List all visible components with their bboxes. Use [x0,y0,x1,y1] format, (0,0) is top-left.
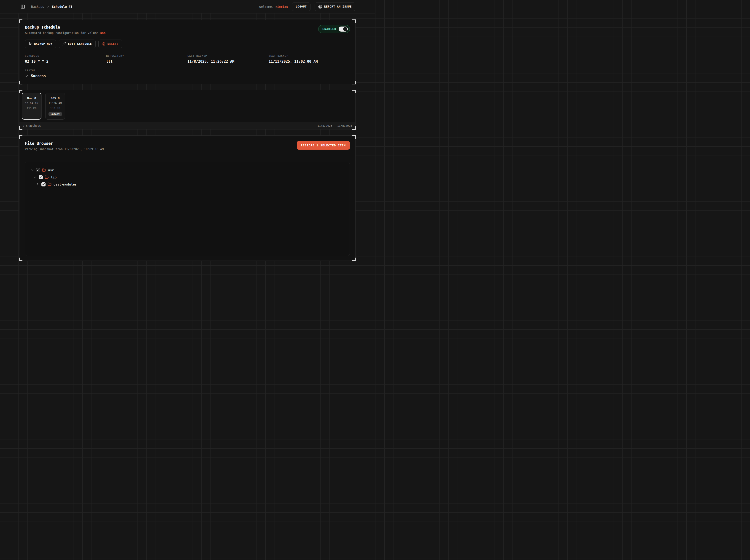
logout-button[interactable]: LOGOUT [292,2,310,11]
snapshot-card[interactable]: Nov 8 11:26 AM 133 KB Latest [45,93,65,120]
file-browser-panel: File Browser Viewing snapshot from 11/8/… [19,136,356,261]
snapshot-time: 11:26 AM [48,102,62,105]
tree-item-label: lib [51,176,57,179]
snapshots-footer: 2 snapshots 11/8/2025 – 11/8/2025 [19,122,355,129]
snapshot-size: 133 KB [50,106,60,110]
file-browser-header: File Browser Viewing snapshot from 11/8/… [25,141,350,151]
field-status: STATUS Success [25,69,350,78]
status-label: STATUS [25,69,350,72]
restore-selected-button[interactable]: RESTORE 1 SELECTED ITEM [297,141,350,149]
breadcrumb-section[interactable]: Backups [31,5,44,8]
field-value: 02 10 * * 2 [25,59,106,64]
chevron-right-icon [46,5,50,8]
checkbox-checked[interactable] [39,175,43,179]
delete-button[interactable]: DELETE [98,40,122,48]
corner-bracket [352,258,356,261]
status-badge: Success [25,74,350,78]
schedule-panel-header: Backup schedule Automated backup configu… [25,25,350,35]
top-bar-left: Backups Schedule #3 [21,4,259,9]
schedule-panel-subtitle: Automated backup configuration for volum… [25,31,105,35]
report-issue-button[interactable]: REPORT AN ISSUE [315,2,355,11]
breadcrumb: Backups Schedule #3 [31,5,72,8]
panel-left-icon [21,4,25,9]
backup-now-button-label: BACKUP NOW [34,42,53,45]
latest-badge: Latest [48,112,62,116]
snapshot-card-selected[interactable]: Nov 8 10:09 AM 133 KB [22,93,41,120]
field-schedule: SCHEDULE 02 10 * * 2 [25,55,106,64]
field-last-backup: LAST BACKUP 11/8/2025, 11:26:22 AM [188,55,269,64]
field-label: NEXT BACKUP [269,55,350,57]
field-label: LAST BACKUP [188,55,269,57]
tree-item-label: ossl-modules [54,183,77,186]
corner-bracket [352,19,356,23]
corner-bracket [19,81,22,84]
chevron-right-icon[interactable] [36,183,39,186]
volume-name: sss [100,31,105,35]
snapshots-panel: Nov 8 10:09 AM 133 KB Nov 8 11:26 AM 133… [19,90,356,129]
snapshot-date: Nov 8 [27,97,36,100]
edit-schedule-button[interactable]: EDIT SCHEDULE [59,40,95,48]
chevron-down-icon[interactable] [31,168,34,172]
status-value: Success [31,74,46,78]
report-issue-button-label: REPORT AN ISSUE [324,5,352,8]
checkbox-checked[interactable] [41,182,45,186]
schedule-actions: BACKUP NOW EDIT SCHEDULE DELETE [25,40,350,48]
field-next-backup: NEXT BACKUP 11/11/2025, 11:02:00 AM [269,55,350,64]
chevron-down-icon[interactable] [33,176,37,179]
check-icon [25,74,29,78]
snapshot-list: Nov 8 10:09 AM 133 KB Nov 8 11:26 AM 133… [19,91,355,122]
backup-now-button[interactable]: BACKUP NOW [25,40,56,48]
schedule-fields: SCHEDULE 02 10 * * 2 REPOSITORY ttt LAST… [25,55,350,64]
snapshot-date: Nov 8 [51,96,59,100]
folder-open-icon [42,168,46,172]
corner-bracket [352,135,356,139]
snapshot-count: 2 snapshots [23,124,41,127]
field-label: SCHEDULE [25,55,106,57]
backup-schedule-panel: Backup schedule Automated backup configu… [19,20,356,84]
enabled-toggle[interactable]: ENABLED [318,25,350,33]
sidebar-toggle-button[interactable] [21,4,25,9]
folder-open-icon [45,175,49,179]
username: nicolas [275,5,288,8]
restore-selected-button-label: RESTORE 1 SELECTED ITEM [301,144,346,147]
field-label: REPOSITORY [106,55,188,57]
logout-button-label: LOGOUT [296,5,307,8]
corner-bracket [352,81,356,84]
field-value: 11/8/2025, 11:26:22 AM [188,59,269,64]
enabled-toggle-label: ENABLED [322,27,336,31]
page-title: Backup schedule [25,25,105,29]
field-value: ttt [106,59,188,64]
tree-item-label: usr [48,168,54,172]
subtitle-prefix: Automated backup configuration for volum… [25,31,100,35]
toggle-knob [343,27,347,31]
delete-button-label: DELETE [107,42,119,45]
corner-bracket [19,19,22,23]
snapshot-date-range: 11/8/2025 – 11/8/2025 [317,124,352,127]
life-buoy-icon [318,5,322,9]
tree-row-usr[interactable]: usr [28,166,347,174]
field-value: 11/11/2025, 11:02:00 AM [269,59,350,64]
top-bar-right: Welcome, nicolas LOGOUT REPORT AN ISSUE [259,2,355,11]
top-bar: Backups Schedule #3 Welcome, nicolas LOG… [0,0,375,14]
checkbox-checked[interactable] [36,168,40,172]
tree-row-ossl-modules[interactable]: ossl-modules [28,181,347,188]
welcome-prefix: Welcome, [259,5,275,8]
toggle-switch[interactable] [339,26,348,32]
file-browser-titles: File Browser Viewing snapshot from 11/8/… [25,141,104,151]
corner-bracket [19,258,22,261]
file-browser-title: File Browser [25,141,104,146]
snapshot-time: 10:09 AM [25,102,38,105]
field-repository: REPOSITORY ttt [106,55,188,64]
corner-bracket [19,135,22,139]
main-content: Backup schedule Automated backup configu… [0,14,375,261]
trash-icon [102,42,105,45]
breadcrumb-current: Schedule #3 [52,5,72,8]
file-browser-subtitle: Viewing snapshot from 11/8/2025, 10:09:1… [25,147,104,151]
edit-schedule-button-label: EDIT SCHEDULE [68,42,92,45]
snapshot-size: 133 KB [26,107,36,110]
tree-row-lib[interactable]: lib [28,174,347,181]
folder-icon [47,182,52,186]
pencil-icon [62,42,66,45]
file-tree: usr lib [25,162,350,256]
schedule-panel-titles: Backup schedule Automated backup configu… [25,25,105,35]
